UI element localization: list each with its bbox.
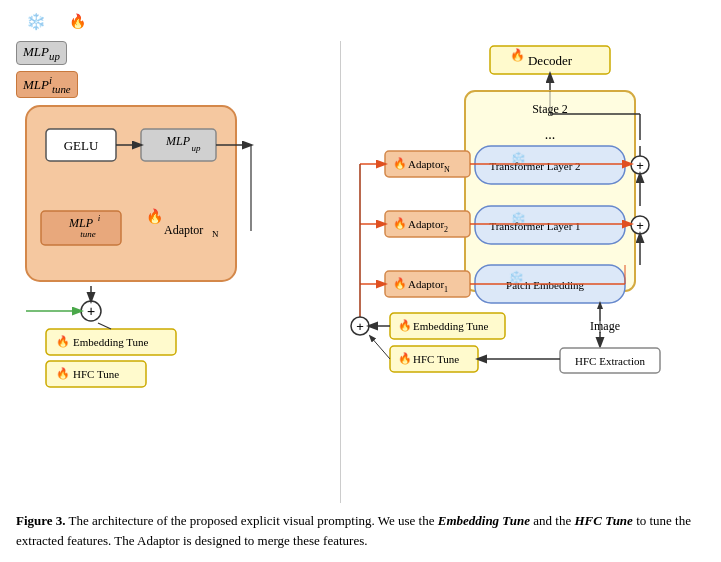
right-diagram: Decoder 🔥 Stage 2 ... ❄️ Transformer Lay… [345,41,721,391]
vertical-divider [340,41,341,503]
mlp-tune-box: MLPitune [16,71,78,98]
tunable-legend: 🔥 [69,13,91,30]
frozen-legend: ❄️ [26,12,51,31]
svg-text:🔥: 🔥 [398,351,412,365]
svg-text:Embedding Tune: Embedding Tune [413,320,489,332]
svg-text:Transformer Layer 1: Transformer Layer 1 [489,220,580,232]
caption-figure: Figure 3. The architecture of the propos… [16,513,691,548]
figure-caption: Figure 3. The architecture of the propos… [16,505,705,550]
decoder-text: Decoder [528,53,573,68]
svg-text:+: + [636,218,644,233]
svg-rect-29 [465,91,635,291]
svg-text:+: + [636,158,644,173]
svg-text:🔥: 🔥 [146,208,164,225]
main-container: ❄️ 🔥 MLPup MLPitune [0,0,721,562]
svg-text:🔥: 🔥 [56,334,70,348]
svg-text:🔥: 🔥 [56,366,70,380]
svg-text:tune: tune [80,229,96,239]
svg-text:up: up [192,143,202,153]
svg-text:MLP: MLP [165,134,191,148]
svg-text:HFC Extraction: HFC Extraction [575,355,645,367]
legend-row: ❄️ 🔥 [16,12,705,31]
mlp-tune-legend-row: MLPitune [16,71,86,98]
svg-text:+: + [356,319,364,334]
svg-text:N: N [212,229,219,239]
right-diagram-container: Decoder 🔥 Stage 2 ... ❄️ Transformer Lay… [345,41,721,503]
svg-line-24 [98,323,111,329]
svg-text:🔥: 🔥 [510,47,525,62]
svg-text:HFC Tune: HFC Tune [73,368,119,380]
svg-text:+: + [87,303,95,319]
mlp-up-box: MLPup [16,41,67,65]
svg-line-85 [370,336,390,359]
svg-text:HFC Tune: HFC Tune [413,353,459,365]
svg-text:Image: Image [590,319,620,333]
gelu-label: GELU [64,138,99,153]
svg-text:Adaptor: Adaptor [164,223,203,237]
svg-text:Embedding Tune: Embedding Tune [73,336,149,348]
mlp-up-legend-row: MLPup [16,41,86,65]
svg-text:Transformer Layer 2: Transformer Layer 2 [489,160,580,172]
snowflake-icon: ❄️ [26,12,46,31]
svg-text:MLP: MLP [68,216,94,230]
svg-text:Patch Embedding: Patch Embedding [506,279,584,291]
svg-text:...: ... [545,127,556,142]
left-diagram: GELU MLP up MLP i tune 🔥 Adaptor N [16,101,326,391]
svg-text:🔥: 🔥 [393,156,407,170]
svg-text:🔥: 🔥 [393,216,407,230]
svg-text:🔥: 🔥 [393,276,407,290]
fire-icon-legend: 🔥 [69,13,86,30]
svg-text:🔥: 🔥 [398,318,412,332]
